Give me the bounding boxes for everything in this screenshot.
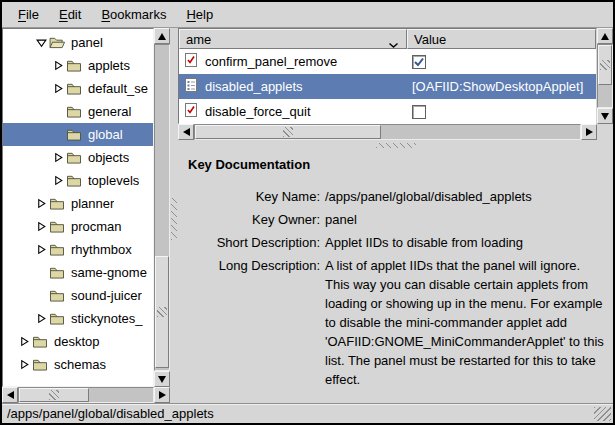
tree-item-sound-juicer[interactable]: sound-juicer <box>3 284 153 307</box>
tree-item-label: general <box>88 104 131 119</box>
folder-icon <box>66 174 83 188</box>
up-arrow-icon <box>601 33 609 40</box>
value-checkbox-checked[interactable] <box>412 55 426 69</box>
keys-scroll-down-button[interactable] <box>597 108 613 124</box>
folder-icon <box>32 358 49 372</box>
tree-item-default-se[interactable]: default_se <box>3 77 153 100</box>
tree-item-stickynotes[interactable]: stickynotes_ <box>3 307 153 330</box>
tree-item-planner[interactable]: planner <box>3 192 153 215</box>
key-row-confirm_panel_remove[interactable]: confirm_panel_remove <box>179 49 596 74</box>
tree-horizontal-scrollbar[interactable] <box>2 387 170 403</box>
tree-scroll-right-button[interactable] <box>154 387 170 403</box>
expander-closed-icon[interactable] <box>34 244 49 256</box>
thumb-grip-icon <box>49 390 59 400</box>
resize-grip-icon[interactable] <box>594 407 611 421</box>
tree-pane: panelappletsdefault_segeneralglobalobjec… <box>2 28 170 403</box>
tree-item-procman[interactable]: procman <box>3 215 153 238</box>
keys-scroll-right-button[interactable] <box>581 124 597 140</box>
menu-help[interactable]: Help <box>176 4 223 25</box>
tree-vscroll-track[interactable] <box>154 44 170 371</box>
key-list-horizontal-scrollbar[interactable] <box>178 124 597 140</box>
boolean-key-icon <box>183 52 199 71</box>
expander-closed-icon[interactable] <box>51 152 66 164</box>
tree-scroll-left-button[interactable] <box>2 387 18 403</box>
expander-closed-icon[interactable] <box>34 313 49 325</box>
doc-value-short-description: Applet IIDs to disable from loading <box>325 233 605 252</box>
tree-item-desktop[interactable]: desktop <box>3 330 153 353</box>
expander-closed-icon[interactable] <box>51 175 66 187</box>
tree-item-panel[interactable]: panel <box>3 31 153 54</box>
tree-scroll-down-button[interactable] <box>154 371 170 387</box>
tree-item-general[interactable]: general <box>3 100 153 123</box>
keys-vscroll-thumb[interactable] <box>598 45 612 85</box>
tree-item-rhythmbox[interactable]: rhythmbox <box>3 238 153 261</box>
key-row-disable_force_quit[interactable]: disable_force_quit <box>179 99 596 124</box>
tree-item-label: planner <box>71 196 114 211</box>
tree-item-same-gnome[interactable]: same-gnome <box>3 261 153 284</box>
expander-open-icon[interactable] <box>34 37 49 49</box>
tree-hscroll-thumb[interactable] <box>19 388 89 402</box>
menu-edit-mnemonic: E <box>59 7 68 22</box>
expander-spacer <box>51 106 66 118</box>
config-tree: panelappletsdefault_segeneralglobalobjec… <box>2 28 154 387</box>
tree-item-toplevels[interactable]: toplevels <box>3 169 153 192</box>
tree-hscroll-track[interactable] <box>18 387 154 403</box>
tree-scroll-up-button[interactable] <box>154 28 170 44</box>
list-key-icon <box>183 77 199 96</box>
tree-item-applets[interactable]: applets <box>3 54 153 77</box>
expander-spacer <box>51 129 66 141</box>
keys-scroll-left-button[interactable] <box>178 124 194 140</box>
doc-value-key-name: /apps/panel/global/disabled_applets <box>325 187 605 206</box>
tree-item-label: same-gnome <box>71 265 147 280</box>
tree-vertical-scrollbar[interactable] <box>154 28 170 387</box>
folder-icon <box>49 197 66 211</box>
expander-closed-icon[interactable] <box>51 83 66 95</box>
keys-vscroll-track[interactable] <box>597 44 613 108</box>
name-column-header[interactable]: ame <box>179 29 407 49</box>
menu-file-label: ile <box>26 7 39 22</box>
pane-splitter-horizontal[interactable] <box>178 142 613 149</box>
keys-hscroll-track[interactable] <box>194 124 581 140</box>
tree-item-label: procman <box>71 219 122 234</box>
tree-item-label: default_se <box>88 81 148 96</box>
key-name-cell: disable_force_quit <box>179 102 407 121</box>
tree-item-objects[interactable]: objects <box>3 146 153 169</box>
boolean-key-icon <box>183 102 199 121</box>
tree-item-global[interactable]: global <box>3 123 153 146</box>
expander-closed-icon[interactable] <box>17 359 32 371</box>
key-value-cell: [OAFIID:ShowDesktopApplet] <box>407 79 596 94</box>
expander-closed-icon[interactable] <box>51 60 66 72</box>
folder-icon <box>49 289 66 303</box>
expander-closed-icon[interactable] <box>34 198 49 210</box>
keys-scroll-up-button[interactable] <box>597 28 613 44</box>
tree-vscroll-thumb[interactable] <box>155 256 169 368</box>
thumb-grip-icon <box>283 127 293 137</box>
folder-open-icon <box>49 36 66 50</box>
gconf-editor-window: FileEditBookmarksHelp panelappletsdefaul… <box>0 0 615 425</box>
folder-icon <box>66 128 83 142</box>
key-list-vertical-scrollbar[interactable] <box>597 28 613 124</box>
right-arrow-icon <box>159 391 166 399</box>
folder-icon <box>66 59 83 73</box>
pane-splitter-vertical[interactable] <box>170 28 178 403</box>
right-arrow-icon <box>586 128 593 136</box>
value-checkbox[interactable] <box>412 105 426 119</box>
tree-item-label: desktop <box>54 334 100 349</box>
key-name-cell: confirm_panel_remove <box>179 52 407 71</box>
key-name-label: confirm_panel_remove <box>205 54 337 69</box>
tree-item-label: applets <box>88 58 130 73</box>
tree-item-schemas[interactable]: schemas <box>3 353 153 376</box>
tree-item-label: toplevels <box>88 173 139 188</box>
key-row-disabled_applets[interactable]: disabled_applets[OAFIID:ShowDesktopApple… <box>179 74 596 99</box>
menu-bookmarks[interactable]: Bookmarks <box>91 4 176 25</box>
expander-closed-icon[interactable] <box>17 336 32 348</box>
value-column-header[interactable]: Value <box>407 29 596 49</box>
expander-closed-icon[interactable] <box>34 221 49 233</box>
splitter-grip-icon <box>171 198 177 240</box>
menubar: FileEditBookmarksHelp <box>2 2 613 28</box>
menu-file[interactable]: File <box>8 4 49 25</box>
menu-help-mnemonic: H <box>186 7 195 22</box>
menu-edit[interactable]: Edit <box>49 4 91 25</box>
keys-hscroll-thumb[interactable] <box>195 125 381 139</box>
key-value-cell <box>407 105 596 119</box>
